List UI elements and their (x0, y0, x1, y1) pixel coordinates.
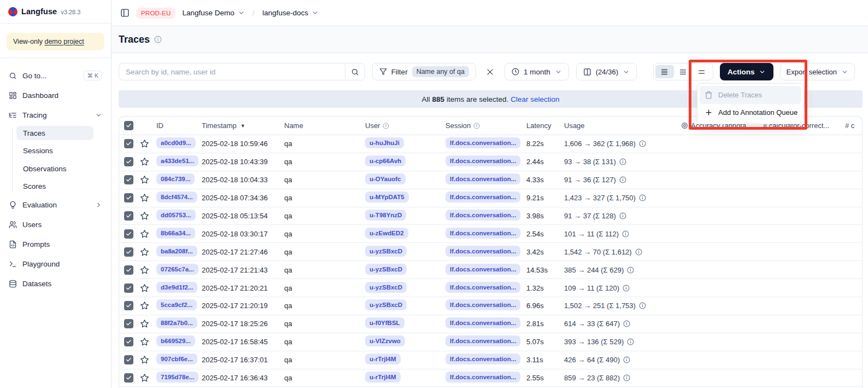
user-badge[interactable]: u-f0YfBSL (365, 317, 404, 328)
trace-id-badge[interactable]: d3e9d1f2... (156, 282, 197, 293)
sidebar-item-dashboard[interactable]: Dashboard (4, 88, 107, 103)
star-icon[interactable] (140, 301, 149, 310)
panel-left-icon[interactable] (120, 8, 130, 18)
star-icon[interactable] (140, 247, 149, 257)
session-badge[interactable]: lf.docs.conversation... (445, 317, 520, 328)
org-switcher[interactable]: Langfuse Demo (182, 9, 244, 17)
table-row[interactable]: 5cca9cf2... 2025-02-17 21:20:19 qa u-yzS… (119, 297, 862, 315)
table-row[interactable]: 084c739... 2025-02-18 10:04:33 qa u-OYau… (119, 171, 862, 189)
column-header-id[interactable]: ID (156, 121, 202, 130)
user-badge[interactable]: u-yzSBxcD (365, 246, 407, 257)
clear-selection-link[interactable]: Clear selection (511, 95, 559, 103)
trace-id-badge[interactable]: b669529... (156, 335, 195, 346)
export-selection-button[interactable]: Export selection (780, 63, 855, 80)
user-badge[interactable]: u-zEwdED2 (365, 228, 408, 239)
table-row[interactable]: a0cd0d9... 2025-02-18 10:59:46 qa u-huJh… (119, 135, 862, 153)
session-badge[interactable]: lf.docs.conversation... (445, 282, 520, 293)
row-checkbox[interactable] (124, 247, 133, 257)
user-badge[interactable]: u-rTrjl4M (365, 354, 401, 364)
session-badge[interactable]: lf.docs.conversation... (445, 372, 520, 383)
row-checkbox[interactable] (124, 355, 133, 364)
row-checkbox[interactable] (124, 211, 133, 221)
search-button[interactable] (345, 63, 365, 80)
user-badge[interactable]: u-OYauofc (365, 173, 406, 184)
trace-id-badge[interactable]: 907cbf6e... (156, 354, 197, 364)
table-row[interactable]: dd05753... 2025-02-18 05:13:54 qa u-T98Y… (119, 207, 862, 225)
star-icon[interactable] (140, 157, 149, 166)
star-icon[interactable] (140, 319, 149, 328)
clear-filter-button[interactable] (483, 64, 497, 79)
search-input[interactable] (119, 63, 345, 80)
session-badge[interactable]: lf.docs.conversation... (445, 299, 520, 310)
filter-button[interactable]: Filter Name any of qa (372, 63, 476, 80)
row-checkbox[interactable] (124, 337, 133, 346)
session-badge[interactable]: lf.docs.conversation... (445, 137, 520, 148)
session-badge[interactable]: lf.docs.conversation... (445, 210, 520, 221)
column-header-usage[interactable]: Usage (564, 121, 681, 130)
table-row[interactable]: b669529... 2025-02-17 16:58:45 qa u-VIZz… (119, 333, 862, 351)
user-badge[interactable]: u-huJhuJi (365, 137, 404, 148)
trace-id-badge[interactable]: 07265c7a... (156, 264, 198, 275)
star-icon[interactable] (140, 229, 149, 239)
star-icon[interactable] (140, 355, 149, 364)
menu-item-delete-traces[interactable]: Delete Traces (700, 86, 801, 104)
trace-id-badge[interactable]: 8b66a34... (156, 228, 195, 239)
session-badge[interactable]: lf.docs.conversation... (445, 246, 520, 257)
trace-id-badge[interactable]: 084c739... (156, 173, 195, 184)
star-icon[interactable] (140, 337, 149, 346)
trace-id-badge[interactable]: 5cca9cf2... (156, 299, 197, 310)
row-checkbox[interactable] (124, 301, 133, 310)
row-checkbox[interactable] (124, 265, 133, 275)
trace-id-badge[interactable]: a433de51... (156, 155, 198, 166)
column-header-name[interactable]: Name (284, 121, 365, 130)
user-badge[interactable]: u-rTrjl4M (365, 372, 401, 383)
sidebar-item-scores[interactable]: Scores (16, 179, 93, 194)
trace-id-badge[interactable]: 88f2a7b0... (156, 317, 197, 328)
row-height-small-button[interactable] (655, 65, 674, 78)
column-header-timestamp[interactable]: Timestamp▼ (202, 121, 284, 130)
session-badge[interactable]: lf.docs.conversation... (445, 173, 520, 184)
user-badge[interactable]: u-yzSBxcD (365, 299, 407, 310)
row-checkbox[interactable] (124, 319, 133, 328)
column-header-c[interactable]: # c (845, 121, 862, 130)
sidebar-item-datasets[interactable]: Datasets (4, 276, 107, 291)
user-badge[interactable]: u-yzSBxcD (365, 282, 407, 293)
sidebar-item-playground[interactable]: Playground (4, 256, 107, 271)
row-checkbox[interactable] (124, 157, 133, 166)
user-badge[interactable]: u-VIZzvwo (365, 335, 405, 346)
sidebar-item-evaluation[interactable]: Evaluation (4, 197, 107, 212)
row-checkbox[interactable] (124, 193, 133, 202)
columns-button[interactable]: (24/36) (576, 63, 637, 80)
user-badge[interactable]: u-MYpDAT5 (365, 192, 409, 202)
trace-id-badge[interactable]: dd05753... (156, 210, 196, 221)
table-row[interactable]: 88f2a7b0... 2025-02-17 18:25:26 qa u-f0Y… (119, 315, 862, 333)
sidebar-item-tracing[interactable]: Tracing (4, 107, 107, 123)
table-row[interactable]: 7195d78e... 2025-02-17 16:36:43 qa u-rTr… (119, 369, 862, 387)
row-height-medium-button[interactable] (674, 65, 693, 78)
column-header-session[interactable]: Session (445, 121, 526, 130)
sidebar-item-sessions[interactable]: Sessions (16, 144, 93, 158)
sidebar-item-observations[interactable]: Observations (16, 161, 93, 176)
user-badge[interactable]: u-T98YnzD (365, 210, 406, 221)
trace-id-badge[interactable]: 7195d78e... (156, 372, 198, 383)
trace-id-badge[interactable]: ba8a208f... (156, 246, 197, 257)
star-icon[interactable] (140, 373, 149, 383)
session-badge[interactable]: lf.docs.conversation... (445, 354, 520, 364)
row-checkbox[interactable] (124, 139, 133, 148)
goto-button[interactable]: Go to... ⌘ K (4, 68, 107, 83)
menu-item-add-to-annotation-queue[interactable]: Add to Annotation Queue (700, 104, 801, 122)
user-badge[interactable]: u-yzSBxcD (365, 264, 407, 275)
table-row[interactable]: d3e9d1f2... 2025-02-17 21:20:21 qa u-yzS… (119, 279, 862, 297)
project-switcher[interactable]: langfuse-docs (262, 9, 319, 17)
actions-button[interactable]: Actions (720, 63, 773, 80)
user-badge[interactable]: u-cp66Avh (365, 155, 406, 166)
column-header-latency[interactable]: Latency (526, 121, 564, 130)
star-icon[interactable] (140, 175, 149, 184)
table-row[interactable]: ba8a208f... 2025-02-17 21:27:46 qa u-yzS… (119, 243, 862, 261)
star-icon[interactable] (140, 139, 149, 148)
row-checkbox[interactable] (124, 175, 133, 184)
demo-project-link[interactable]: demo project (44, 38, 84, 45)
table-row[interactable]: a433de51... 2025-02-18 10:43:39 qa u-cp6… (119, 153, 862, 171)
sidebar-item-users[interactable]: Users (4, 217, 107, 232)
select-all-checkbox[interactable] (124, 121, 133, 130)
